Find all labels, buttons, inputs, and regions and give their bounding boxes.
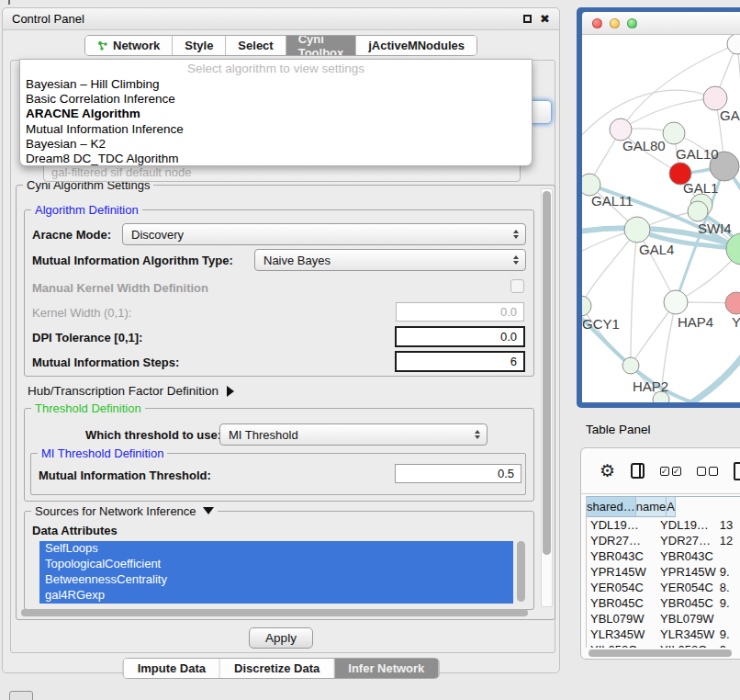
- apply-button[interactable]: Apply: [249, 627, 313, 649]
- cell-value: 9: [716, 642, 740, 648]
- node-label: SWI4: [698, 220, 732, 236]
- aracne-mode-value: Discovery: [131, 228, 184, 242]
- data-attributes-label: Data Attributes: [32, 524, 118, 537]
- algorithm-prompt: Select algorithm to view settings: [20, 62, 532, 77]
- tab[interactable]: Style: [173, 36, 226, 55]
- kernel-width-field[interactable]: 0.0: [396, 302, 524, 322]
- columns-icon[interactable]: [631, 463, 645, 479]
- network-node[interactable]: [663, 122, 685, 144]
- aracne-mode-combobox[interactable]: Discovery: [122, 223, 526, 245]
- network-window-titlebar[interactable]: [582, 12, 740, 35]
- network-node[interactable]: [664, 290, 688, 314]
- attribute-list-item[interactable]: BetweennessCentrality: [39, 572, 513, 588]
- settings-vertical-scrollbar-thumb[interactable]: [543, 191, 551, 555]
- bottom-tab[interactable]: Infer Network: [334, 659, 438, 678]
- combo-arrows-icon: [513, 255, 519, 265]
- cell-shared-name: YER054C: [587, 580, 656, 595]
- cell-name: YBR043C: [656, 548, 716, 564]
- table-column-header[interactable]: shared…: [587, 497, 636, 517]
- expander-arrow-icon: [227, 386, 234, 397]
- table-row[interactable]: YDR27… YDR27… 12: [587, 533, 740, 548]
- network-view-window: GALGAL80GAL10GAL1GAL11SWI4GAL4GCY1HAP4YH…: [577, 7, 740, 408]
- network-node[interactable]: [725, 292, 740, 314]
- column-header-label: shared…: [587, 500, 635, 514]
- network-node[interactable]: [624, 217, 650, 243]
- cyni-algorithm-settings-group: Cyni Algorithm Settings Algorithm Defini…: [16, 185, 555, 620]
- collapse-arrow-icon[interactable]: [203, 507, 214, 514]
- attribute-name: SelfLoops: [45, 541, 98, 555]
- network-node[interactable]: [727, 35, 740, 54]
- control-panel-titlebar: Control Panel ✖: [3, 8, 559, 30]
- bottom-tab[interactable]: Impute Data: [124, 659, 220, 678]
- attribute-list-item[interactable]: gal4RGexp: [39, 588, 513, 604]
- attributes-list-scrollbar[interactable]: [517, 541, 525, 602]
- mi-type-label: Mutual Information Algorithm Type:: [32, 254, 233, 267]
- float-panel-icon[interactable]: [523, 15, 532, 23]
- node-label: Y: [732, 314, 740, 330]
- network-graph[interactable]: GALGAL80GAL10GAL1GAL11SWI4GAL4GCY1HAP4YH…: [582, 35, 740, 402]
- mi-steps-field[interactable]: 6: [395, 351, 525, 372]
- mi-threshold-group-title: MI Threshold Definition: [38, 446, 167, 460]
- algorithm-option[interactable]: ARACNE Algorithm: [20, 107, 532, 121]
- minimize-window-icon[interactable]: [610, 18, 620, 28]
- tab[interactable]: Select: [226, 36, 286, 55]
- node-label: HAP2: [633, 378, 668, 394]
- node-label: GAL10: [676, 146, 719, 162]
- table-horizontal-scrollbar-thumb[interactable]: [589, 649, 732, 657]
- unchecked-boxes-icon[interactable]: [697, 467, 718, 476]
- file-icon[interactable]: [734, 462, 740, 480]
- manual-kernel-checkbox[interactable]: [510, 279, 524, 293]
- mi-threshold-field[interactable]: 0.5: [395, 464, 521, 483]
- table-column-header[interactable]: name: [636, 497, 667, 517]
- table-row[interactable]: YDL19… YDL19… 13: [587, 517, 740, 533]
- algorithm-option[interactable]: Bayesian – Hill Climbing: [20, 77, 532, 92]
- which-threshold-combobox[interactable]: MI Threshold: [219, 423, 488, 446]
- cell-name: YBL079W: [656, 611, 716, 627]
- settings-horizontal-scrollbar-thumb[interactable]: [21, 609, 528, 616]
- algorithm-option-label: Basic Correlation Inference: [26, 92, 175, 106]
- algorithm-option[interactable]: Mutual Information Inference: [20, 122, 532, 137]
- network-node[interactable]: [582, 296, 591, 316]
- table-column-header[interactable]: A: [667, 497, 676, 517]
- attribute-list-item[interactable]: TopologicalCoefficient: [39, 557, 513, 572]
- mi-type-combobox[interactable]: Naive Bayes: [254, 249, 526, 271]
- table-row[interactable]: YLR345W YLR345W 9.: [587, 627, 740, 642]
- zoom-window-icon[interactable]: [627, 18, 637, 28]
- kernel-width-label: Kernel Width (0,1):: [32, 306, 131, 320]
- attribute-list-item[interactable]: SelfLoops: [39, 541, 513, 557]
- network-node[interactable]: [688, 201, 708, 221]
- table-row[interactable]: YPR145W YPR145W 9.: [587, 564, 740, 580]
- network-canvas[interactable]: GALGAL80GAL10GAL1GAL11SWI4GAL4GCY1HAP4YH…: [582, 35, 740, 402]
- attribute-name: gal4RGexp: [45, 588, 105, 602]
- node-label: GAL: [720, 107, 740, 123]
- table-row[interactable]: YIL052C YIL052C 9: [587, 642, 740, 648]
- cell-value: [716, 611, 740, 627]
- dpi-tolerance-field[interactable]: 0.0: [395, 326, 525, 347]
- settings-vertical-scrollbar[interactable]: [541, 188, 553, 607]
- network-node[interactable]: [622, 357, 639, 374]
- bottom-tab[interactable]: Discretize Data: [220, 659, 334, 678]
- threshold-definition-group: Threshold Definition Which threshold to …: [24, 408, 534, 502]
- algorithm-option[interactable]: Basic Correlation Inference: [20, 92, 532, 107]
- algorithm-option[interactable]: Bayesian – K2: [20, 137, 532, 152]
- sources-group: Sources for Network Inference Data Attri…: [24, 511, 534, 610]
- clipped-corner-button[interactable]: [9, 691, 33, 700]
- checked-boxes-icon[interactable]: ✓✓: [660, 467, 681, 476]
- cell-name: YDR27…: [656, 533, 716, 548]
- cell-shared-name: YDR27…: [587, 533, 656, 548]
- algorithm-list: Bayesian – Hill Climbing Basic Correlati…: [20, 77, 532, 166]
- table-row[interactable]: YBL079W YBL079W: [587, 611, 740, 627]
- gear-icon[interactable]: ⚙: [600, 463, 615, 480]
- close-panel-icon[interactable]: ✖: [540, 15, 550, 24]
- which-threshold-label: Which threshold to use:: [85, 428, 221, 442]
- tab[interactable]: Network: [85, 36, 173, 55]
- tab[interactable]: jActiveMNodules: [356, 36, 477, 55]
- table-row[interactable]: YBR043C YBR043C: [587, 548, 740, 564]
- cell-value: 9.: [716, 627, 740, 642]
- close-window-icon[interactable]: [592, 18, 602, 28]
- table-row[interactable]: YBR045C YBR045C 9.: [587, 595, 740, 611]
- table-row[interactable]: YER054C YER054C 8.: [587, 580, 740, 595]
- tab[interactable]: Cyni Toolbox: [286, 36, 357, 55]
- algorithm-option[interactable]: Dream8 DC_TDC Algorithm: [20, 152, 532, 166]
- hub-definition-expander[interactable]: Hub/Transcription Factor Definition: [28, 384, 234, 398]
